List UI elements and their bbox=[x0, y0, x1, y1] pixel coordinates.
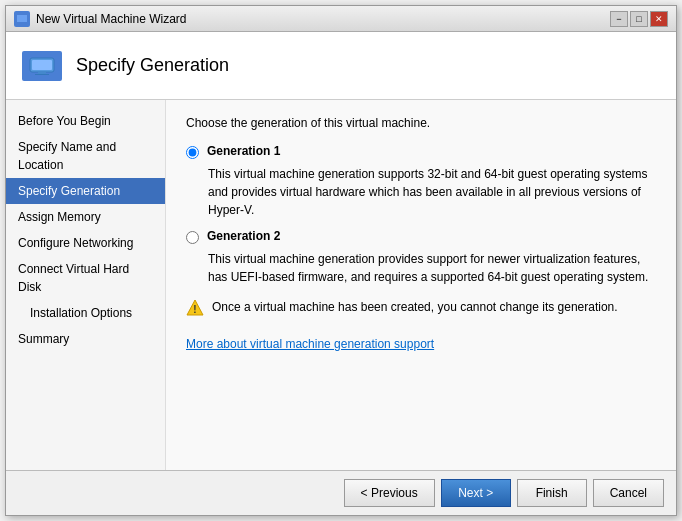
window-icon bbox=[14, 11, 30, 27]
generation1-desc: This virtual machine generation supports… bbox=[208, 165, 656, 219]
sidebar-item-configure-networking[interactable]: Configure Networking bbox=[6, 230, 165, 256]
sidebar-item-assign-memory[interactable]: Assign Memory bbox=[6, 204, 165, 230]
sidebar: Before You Begin Specify Name and Locati… bbox=[6, 100, 166, 470]
generation2-desc: This virtual machine generation provides… bbox=[208, 250, 656, 286]
window-controls: − □ ✕ bbox=[610, 11, 668, 27]
svg-rect-3 bbox=[32, 60, 52, 70]
previous-button[interactable]: < Previous bbox=[344, 479, 435, 507]
window-title: New Virtual Machine Wizard bbox=[36, 12, 187, 26]
page-title: Specify Generation bbox=[76, 55, 229, 76]
sidebar-item-specify-generation[interactable]: Specify Generation bbox=[6, 178, 165, 204]
title-bar: New Virtual Machine Wizard − □ ✕ bbox=[6, 6, 676, 32]
sidebar-item-installation-options[interactable]: Installation Options bbox=[6, 300, 165, 326]
warning-box: ! Once a virtual machine has been create… bbox=[186, 298, 656, 317]
header-icon bbox=[22, 51, 62, 81]
maximize-button[interactable]: □ bbox=[630, 11, 648, 27]
choose-generation-text: Choose the generation of this virtual ma… bbox=[186, 116, 656, 130]
warning-text: Once a virtual machine has been created,… bbox=[212, 298, 618, 316]
main-content: Choose the generation of this virtual ma… bbox=[166, 100, 676, 470]
svg-rect-4 bbox=[38, 72, 46, 74]
generation2-label[interactable]: Generation 2 bbox=[207, 229, 280, 243]
next-button[interactable]: Next > bbox=[441, 479, 511, 507]
svg-text:!: ! bbox=[193, 304, 196, 315]
warning-icon: ! bbox=[186, 299, 204, 317]
content-area: Before You Begin Specify Name and Locati… bbox=[6, 100, 676, 470]
minimize-button[interactable]: − bbox=[610, 11, 628, 27]
footer: < Previous Next > Finish Cancel bbox=[6, 470, 676, 515]
link-area: More about virtual machine generation su… bbox=[186, 317, 656, 351]
sidebar-item-name-location[interactable]: Specify Name and Location bbox=[6, 134, 165, 178]
sidebar-item-virtual-hard-disk[interactable]: Connect Virtual Hard Disk bbox=[6, 256, 165, 300]
finish-button[interactable]: Finish bbox=[517, 479, 587, 507]
generation1-label[interactable]: Generation 1 bbox=[207, 144, 280, 158]
page-header: Specify Generation bbox=[6, 32, 676, 100]
generation2-radio[interactable] bbox=[186, 231, 199, 244]
svg-rect-1 bbox=[17, 15, 27, 22]
sidebar-item-before-you-begin[interactable]: Before You Begin bbox=[6, 108, 165, 134]
generation1-radio[interactable] bbox=[186, 146, 199, 159]
sidebar-item-summary[interactable]: Summary bbox=[6, 326, 165, 352]
close-button[interactable]: ✕ bbox=[650, 11, 668, 27]
more-info-link[interactable]: More about virtual machine generation su… bbox=[186, 337, 434, 351]
generation1-option[interactable]: Generation 1 bbox=[186, 144, 656, 159]
cancel-button[interactable]: Cancel bbox=[593, 479, 664, 507]
generation2-option[interactable]: Generation 2 bbox=[186, 229, 656, 244]
svg-rect-5 bbox=[35, 74, 49, 75]
